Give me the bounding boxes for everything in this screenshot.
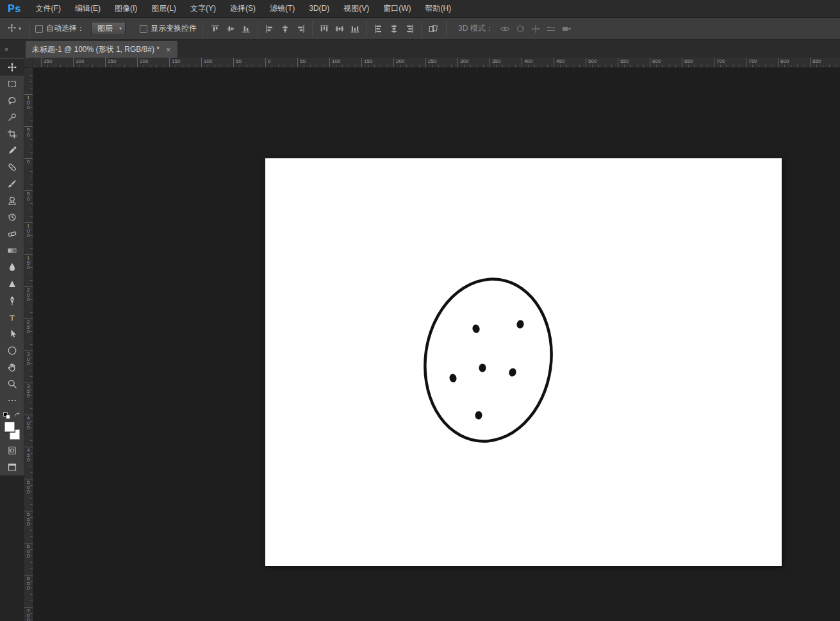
h-ruler-label: 50 [233, 58, 242, 67]
hand-tool[interactable] [0, 359, 24, 376]
separator [202, 21, 202, 37]
auto-select-option[interactable]: 自动选择： [35, 23, 85, 34]
menu-item-4[interactable]: 文字(Y) [183, 0, 223, 17]
quick-selection-tool[interactable] [0, 109, 24, 126]
menu-item-5[interactable]: 选择(S) [223, 0, 263, 17]
menu-item-0[interactable]: 文件(F) [29, 0, 68, 17]
separator [312, 21, 313, 37]
auto-select-target-value: 图层 [97, 23, 113, 34]
tab-close-icon[interactable]: × [166, 46, 171, 54]
lasso-tool[interactable] [0, 92, 24, 109]
align-top-edges-icon[interactable] [208, 22, 223, 36]
default-colors-icon[interactable] [3, 412, 10, 419]
screen-mode[interactable] [0, 459, 24, 476]
swap-colors-icon[interactable] [13, 410, 21, 421]
show-transform-controls-option[interactable]: 显示变换控件 [140, 23, 197, 34]
ruler-corner [24, 58, 33, 68]
distribute-bottom-edges-icon[interactable] [347, 22, 363, 36]
distribute-left-edges-icon[interactable] [371, 22, 386, 36]
svg-text:T: T [10, 313, 15, 322]
more-options[interactable] [0, 392, 24, 409]
auto-select-target-dropdown[interactable]: 图层 ▾ [91, 22, 126, 35]
canvas-pasteboard[interactable] [33, 68, 840, 621]
crop-tool[interactable] [0, 126, 24, 142]
quick-mask-mode[interactable] [0, 442, 24, 459]
zoom-tool[interactable] [0, 376, 24, 392]
auto-select-checkbox[interactable] [35, 25, 43, 33]
3d-rotate-icon[interactable] [497, 22, 513, 36]
photoshop-window: Ps 文件(F)编辑(E)图像(I)图层(L)文字(Y)选择(S)滤镜(T)3D… [0, 0, 840, 621]
type-tool[interactable]: T [0, 309, 24, 326]
distribute-right-edges-icon[interactable] [402, 22, 417, 36]
v-ruler-label: 300 [24, 351, 33, 367]
brush-tool[interactable] [0, 176, 24, 192]
eraser-tool[interactable] [0, 226, 24, 242]
blur-tool[interactable] [0, 259, 24, 276]
align-icons-group [208, 21, 441, 37]
eyedropper-tool[interactable] [0, 142, 24, 159]
marquee-tool[interactable] [0, 76, 24, 92]
v-ruler-label: 50 [24, 126, 33, 137]
menu-item-9[interactable]: 窗口(W) [376, 0, 418, 17]
h-ruler-label: 300 [73, 58, 84, 67]
clone-stamp-tool[interactable] [0, 192, 24, 209]
align-vertical-centers-icon[interactable] [223, 22, 238, 36]
document-canvas[interactable] [265, 158, 782, 566]
distribute-horizontal-centers-icon[interactable] [386, 22, 402, 36]
distribute-vertical-centers-icon[interactable] [332, 22, 347, 36]
3d-pan-icon[interactable] [528, 22, 543, 36]
3d-slide-icon[interactable] [543, 22, 559, 36]
v-ruler-label: 100 [24, 222, 33, 238]
3d-roll-icon[interactable] [513, 22, 528, 36]
align-bottom-edges-icon[interactable] [238, 22, 254, 36]
menu-item-7[interactable]: 3D(D) [302, 0, 336, 17]
menu-item-10[interactable]: 帮助(H) [418, 0, 459, 17]
pen-tool[interactable] [0, 292, 24, 309]
auto-align-layers-icon[interactable] [425, 22, 441, 36]
show-transform-controls-label: 显示变换控件 [151, 23, 197, 34]
h-ruler-label: 400 [522, 58, 532, 67]
vertical-ruler[interactable]: 1005005010015020025030035040045050055060… [24, 68, 33, 621]
v-ruler-label: 250 [24, 319, 33, 335]
align-horizontal-centers-icon[interactable] [277, 22, 293, 36]
photoshop-logo[interactable]: Ps [0, 3, 29, 15]
workspace: » T 未标题-1 @ 100% (形状 1, RGB/8#) * × 3503… [0, 40, 840, 621]
align-left-edges-icon[interactable] [262, 22, 277, 36]
document-tab[interactable]: 未标题-1 @ 100% (形状 1, RGB/8#) * × [26, 41, 178, 58]
dodge-tool[interactable] [0, 276, 24, 292]
h-ruler-label: 100 [201, 58, 212, 67]
3d-scale-icon[interactable] [559, 22, 574, 36]
v-ruler-label: 400 [24, 415, 33, 431]
menu-item-2[interactable]: 图像(I) [108, 0, 144, 17]
horizontal-ruler[interactable]: 3503002502001501005005010015020025030035… [24, 58, 840, 68]
menu-item-8[interactable]: 视图(V) [336, 0, 376, 17]
auto-select-label: 自动选择： [46, 23, 85, 34]
show-transform-controls-checkbox[interactable] [140, 25, 147, 33]
move-tool[interactable] [0, 59, 24, 76]
menu-item-3[interactable]: 图层(L) [144, 0, 183, 17]
document-area: 未标题-1 @ 100% (形状 1, RGB/8#) * × 35030025… [24, 40, 840, 621]
history-brush-tool[interactable] [0, 209, 24, 226]
color-swatches[interactable] [3, 422, 21, 440]
document-tab-title: 未标题-1 @ 100% (形状 1, RGB/8#) * [32, 44, 160, 55]
chevron-down-icon: ▾ [119, 26, 122, 31]
foreground-color-swatch[interactable] [4, 422, 15, 432]
align-right-edges-icon[interactable] [293, 22, 308, 36]
path-selection-tool[interactable] [0, 326, 24, 342]
menu-item-1[interactable]: 编辑(E) [68, 0, 108, 17]
menu-item-6[interactable]: 滤镜(T) [263, 0, 302, 17]
gradient-tool[interactable] [0, 242, 24, 259]
ellipse-shape-tool[interactable] [0, 342, 24, 359]
h-ruler-label: 200 [137, 58, 148, 67]
v-ruler-label: 200 [24, 286, 33, 302]
tools-panel-collapse[interactable]: » [0, 40, 24, 58]
h-ruler-label: 250 [425, 58, 436, 67]
healing-brush-tool[interactable] [0, 159, 24, 176]
separator [258, 21, 258, 37]
h-ruler-label: 300 [457, 58, 468, 67]
options-bar: ▾ 自动选择： 图层 ▾ 显示变换控件 3D 模式： [0, 18, 840, 40]
tools-column-filler [0, 476, 24, 621]
distribute-top-edges-icon[interactable] [317, 22, 332, 36]
tool-preset-picker[interactable]: ▾ [4, 22, 24, 36]
document-tab-bar: 未标题-1 @ 100% (形状 1, RGB/8#) * × [24, 40, 840, 58]
